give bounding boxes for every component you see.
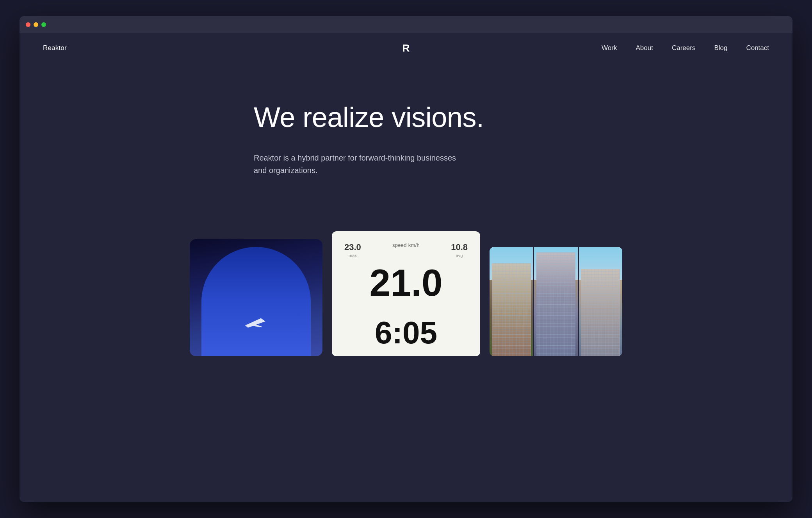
main-nav: Reaktor R Work About Careers Blog Contac…: [20, 33, 792, 63]
speed-center-label: speed km/h: [392, 242, 420, 248]
speed-avg-stat: 10.8 avg: [451, 242, 468, 258]
browser-window: Reaktor R Work About Careers Blog Contac…: [20, 16, 792, 502]
minimize-button-icon[interactable]: [34, 22, 38, 27]
nav-links: Work About Careers Blog Contact: [602, 44, 769, 52]
nav-item-careers[interactable]: Careers: [672, 44, 695, 52]
building-windows-2: [536, 252, 575, 356]
hero-description: Reaktor is a hybrid partner for forward-…: [254, 152, 465, 177]
card-airplane[interactable]: [190, 239, 322, 356]
building-main-1: [492, 263, 531, 356]
nav-item-contact[interactable]: Contact: [746, 44, 769, 52]
hero-title: We realize visions.: [254, 102, 558, 133]
page-content: Reaktor R Work About Careers Blog Contac…: [20, 33, 792, 502]
airplane-arch-decoration: [201, 247, 311, 356]
speed-max-value: 23.0: [344, 242, 361, 252]
building-main-2: [536, 252, 575, 356]
nav-item-work[interactable]: Work: [602, 44, 617, 52]
maximize-button-icon[interactable]: [41, 22, 46, 27]
building-panel-3: [579, 247, 622, 356]
speed-max-stat: 23.0 max: [344, 242, 361, 258]
hero-section: We realize visions. Reaktor is a hybrid …: [230, 63, 582, 208]
speed-max-label: max: [349, 253, 357, 258]
speed-avg-label: avg: [456, 253, 463, 258]
building-panel-2: [534, 247, 577, 356]
nav-item-blog[interactable]: Blog: [714, 44, 727, 52]
speed-time-value: 6:05: [344, 317, 468, 348]
nav-logo-icon[interactable]: R: [402, 42, 410, 54]
speed-avg-value: 10.8: [451, 242, 468, 252]
speed-center-stat: speed km/h: [392, 242, 420, 248]
building-windows-3: [581, 269, 620, 356]
building-panel-1: [490, 247, 533, 356]
building-main-3: [581, 269, 620, 356]
building-windows-1: [492, 263, 531, 356]
card-buildings[interactable]: [490, 247, 622, 356]
cards-section: 23.0 max speed km/h 10.8 avg 21.0 6:05: [20, 208, 792, 356]
browser-chrome: [20, 16, 792, 33]
nav-logo-text[interactable]: Reaktor: [43, 44, 67, 52]
nav-item-about[interactable]: About: [636, 44, 653, 52]
card-speed[interactable]: 23.0 max speed km/h 10.8 avg 21.0 6:05: [332, 231, 480, 356]
speed-main-value: 21.0: [344, 264, 468, 302]
speed-stats-row: 23.0 max speed km/h 10.8 avg: [344, 242, 468, 258]
close-button-icon[interactable]: [26, 22, 30, 27]
